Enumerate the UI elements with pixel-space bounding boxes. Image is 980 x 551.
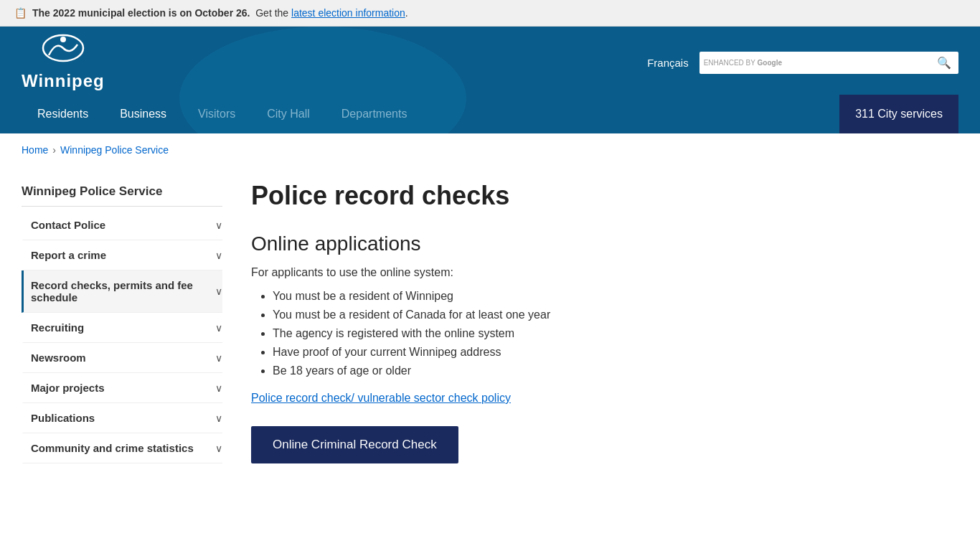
chevron-down-icon: ∨ (215, 220, 222, 231)
nav-item-residents[interactable]: Residents (22, 95, 104, 133)
sidebar-item-community-crime[interactable]: Community and crime statistics ∨ (22, 433, 222, 463)
chevron-down-icon: ∨ (215, 382, 222, 394)
logo-icon (42, 34, 85, 70)
intro-text: For applicants to use the online system: (251, 266, 911, 279)
sidebar-item-major-projects[interactable]: Major projects ∨ (22, 373, 222, 403)
breadcrumb-home[interactable]: Home (22, 144, 48, 156)
header: Winnipeg Français ENHANCED BY Google 🔍 R… (0, 27, 980, 133)
list-item: The agency is registered with the online… (273, 327, 911, 340)
sidebar-item-record-checks[interactable]: Record checks, permits and fee schedule … (22, 270, 222, 313)
sidebar-item-recruiting[interactable]: Recruiting ∨ (22, 313, 222, 343)
list-item: You must be a resident of Winnipeg (273, 290, 911, 303)
announcement-text: The 2022 municipal election is on Octobe… (32, 7, 408, 19)
chevron-down-icon: ∨ (215, 322, 222, 334)
chevron-down-icon: ∨ (215, 286, 222, 297)
svg-point-1 (60, 37, 66, 42)
announcement-bar: 📋 The 2022 municipal election is on Octo… (0, 0, 980, 27)
nav-item-business[interactable]: Business (104, 95, 182, 133)
search-container: ENHANCED BY Google 🔍 (699, 52, 958, 74)
main-layout: Winnipeg Police Service Contact Police ∨… (0, 166, 933, 492)
main-content: Police record checks Online applications… (251, 174, 911, 463)
page-title: Police record checks (251, 181, 911, 211)
requirements-list: You must be a resident of Winnipeg You m… (273, 290, 911, 377)
sidebar-item-report-crime[interactable]: Report a crime ∨ (22, 240, 222, 270)
search-enhanced-label: ENHANCED BY Google (699, 56, 786, 70)
header-right: Français ENHANCED BY Google 🔍 (647, 52, 958, 74)
online-applications-heading: Online applications (251, 232, 911, 255)
announcement-icon: 📋 (14, 7, 27, 19)
main-nav: Residents Business Visitors City Hall De… (0, 95, 980, 133)
list-item: Be 18 years of age or older (273, 364, 911, 377)
header-top: Winnipeg Français ENHANCED BY Google 🔍 (0, 27, 980, 91)
breadcrumb: Home › Winnipeg Police Service (0, 133, 980, 166)
search-button[interactable]: 🔍 (930, 52, 958, 74)
list-item: You must be a resident of Canada for at … (273, 309, 911, 321)
online-criminal-record-check-button[interactable]: Online Criminal Record Check (251, 426, 458, 463)
chevron-down-icon: ∨ (215, 443, 222, 454)
sidebar: Winnipeg Police Service Contact Police ∨… (22, 174, 222, 463)
logo-text: Winnipeg (22, 71, 105, 91)
nav-item-311[interactable]: 311 City services (839, 95, 958, 133)
breadcrumb-separator: › (52, 144, 56, 156)
chevron-down-icon: ∨ (215, 250, 222, 261)
policy-link[interactable]: Police record check/ vulnerable sector c… (251, 392, 511, 405)
breadcrumb-current: Winnipeg Police Service (60, 144, 169, 156)
sidebar-title: Winnipeg Police Service (22, 174, 222, 207)
search-input[interactable] (786, 52, 930, 72)
site-logo[interactable]: Winnipeg (22, 34, 105, 91)
chevron-down-icon: ∨ (215, 352, 222, 364)
sidebar-item-newsroom[interactable]: Newsroom ∨ (22, 343, 222, 373)
francais-link[interactable]: Français (647, 57, 689, 69)
sidebar-item-contact-police[interactable]: Contact Police ∨ (22, 210, 222, 240)
sidebar-item-publications[interactable]: Publications ∨ (22, 403, 222, 433)
chevron-down-icon: ∨ (215, 413, 222, 424)
election-info-link[interactable]: latest election information (291, 7, 405, 19)
list-item: Have proof of your current Winnipeg addr… (273, 346, 911, 359)
